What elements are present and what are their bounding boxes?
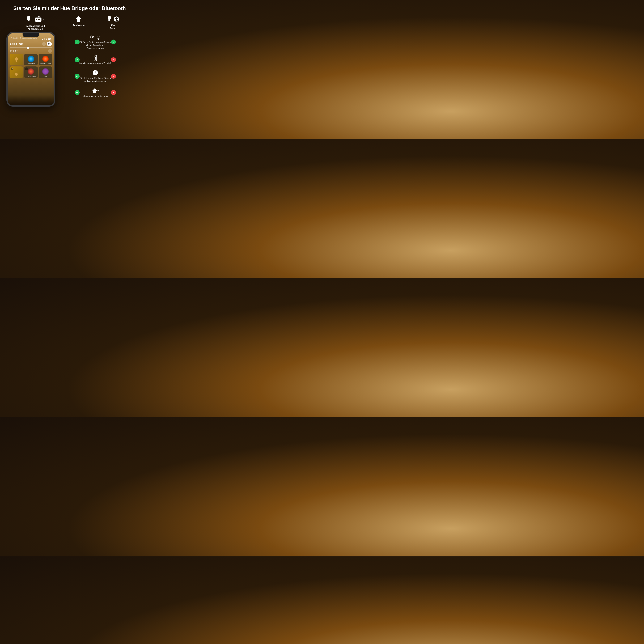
scene-img-tropical <box>28 68 34 75</box>
scene-name-concentrate: Concentrate <box>27 63 35 64</box>
remote-icon <box>93 55 98 61</box>
svg-rect-2 <box>28 20 29 21</box>
phone-header: Living room ••• <box>10 41 52 46</box>
scene-card-warm2[interactable] <box>10 66 23 78</box>
phone-area: Living room ••• <box>6 32 55 116</box>
scene-card-concentrate[interactable]: Concentrate <box>24 54 38 65</box>
phone-brightness-row <box>10 47 52 48</box>
phone-more-btn[interactable]: ••• <box>42 42 46 46</box>
scene-img-concentrate <box>28 56 34 62</box>
feature-row-remote: Steuerung von unterwegs <box>58 85 133 100</box>
phone-screen: Living room ••• <box>8 33 54 105</box>
scene-name-soho: Soho <box>44 75 47 77</box>
check-circle-bridge-remote <box>75 90 80 95</box>
svg-rect-40 <box>95 56 96 57</box>
scenes-row-1: Concentrate Savannah Sunset <box>10 54 52 65</box>
bluetooth-check-voice <box>110 40 117 44</box>
top-comparison-header: * Ganzes Haus und Außenbereich Reichweit… <box>6 15 133 31</box>
scene-card-warm[interactable] <box>10 54 23 65</box>
svg-rect-14 <box>108 20 110 21</box>
svg-point-5 <box>36 19 37 20</box>
check-icon-5 <box>76 91 78 94</box>
check-icon-3 <box>76 58 78 61</box>
hue-bridge-icon <box>34 16 42 23</box>
feature-remote-center: Steuerung von unterwegs <box>82 88 108 98</box>
svg-point-32 <box>15 73 18 76</box>
bluetooth-icon <box>114 16 119 22</box>
tap-icon <box>90 34 95 40</box>
voice-icons-row <box>90 34 101 40</box>
comparison-rows: Einfache Erstellung von Szenen mit der A… <box>55 32 133 116</box>
add-scene-btn[interactable]: + <box>48 49 52 53</box>
check-circle-bridge-acc <box>75 57 80 62</box>
cross-circle-bt-acc <box>111 57 116 62</box>
bluetooth-column: Ein Raum <box>100 15 126 30</box>
svg-point-10 <box>39 16 40 17</box>
feature-acc-center: Installation von smartem Zubehör <box>82 55 108 65</box>
svg-rect-15 <box>109 21 110 21</box>
phone-bottom-fade <box>8 95 54 105</box>
page-wrapper: Starten Sie mit der Hue Bridge oder Blue… <box>0 0 139 139</box>
svg-marker-11 <box>76 16 81 22</box>
feature-text-voice: Einfache Erstellung von Szenen mit der A… <box>79 41 112 50</box>
svg-point-42 <box>95 59 96 60</box>
svg-rect-19 <box>42 39 43 40</box>
cross-icon <box>112 59 115 61</box>
svg-point-8 <box>37 16 37 17</box>
brightness-bar[interactable] <box>10 47 52 48</box>
scene-name-tropical: Tropical Twilight <box>26 75 36 77</box>
bridge-label: Ganzes Haus und Außenbereich <box>26 25 45 31</box>
check-icon-2 <box>112 41 115 43</box>
svg-point-9 <box>38 16 39 17</box>
scenes-label-row: SCENES + <box>10 49 52 53</box>
svg-rect-3 <box>28 21 29 21</box>
cross-icon-2 <box>112 75 115 77</box>
scene-card-savannah[interactable]: Savannah Sunset <box>39 54 52 65</box>
svg-point-12 <box>108 16 111 20</box>
bulb-icon <box>26 15 33 24</box>
svg-point-0 <box>27 16 30 20</box>
svg-point-41 <box>95 58 96 59</box>
bluetooth-check-accessories <box>110 57 117 62</box>
range-icon-wrap <box>75 15 82 23</box>
cross-circle-bt-routines <box>111 74 116 79</box>
check-circle-bt-voice <box>111 40 116 44</box>
feature-voice-center: Einfache Erstellung von Szenen mit der A… <box>82 34 108 50</box>
feature-row-routines: Einstellen von Routinen, Timern und Auto… <box>58 67 133 85</box>
svg-point-6 <box>38 19 39 20</box>
svg-rect-1 <box>28 20 30 20</box>
more-icon-overlay: ••• <box>25 67 28 70</box>
phone-notch <box>23 33 39 37</box>
svg-rect-20 <box>43 39 43 40</box>
asterisk: * <box>43 18 45 21</box>
feature-row-voice: Einfache Erstellung von Szenen mit der A… <box>58 32 133 52</box>
scene-card-soho[interactable]: Soho <box>39 66 52 78</box>
svg-rect-13 <box>108 19 110 20</box>
bulb-bt-icon <box>107 15 112 23</box>
svg-rect-33 <box>15 75 17 76</box>
feature-text-routines: Einstellen von Routinen, Timern und Auto… <box>79 77 112 83</box>
scene-img-soho <box>42 68 49 75</box>
bluetooth-label: Ein Raum <box>110 24 116 30</box>
svg-point-28 <box>15 57 18 61</box>
power-icon <box>48 43 50 45</box>
check-icon-4 <box>76 75 78 78</box>
phone-room-name: Living room <box>10 43 23 45</box>
bridge-column: * Ganzes Haus und Außenbereich <box>13 15 57 31</box>
scene-name-savannah: Savannah Sunset <box>40 63 51 64</box>
svg-rect-29 <box>15 61 17 61</box>
edit-icon <box>11 68 13 70</box>
feature-routines-center: Einstellen von Routinen, Timern und Auto… <box>82 70 108 83</box>
phone-power-btn[interactable] <box>47 41 52 46</box>
range-label: Reichweite <box>73 24 85 27</box>
range-column: Reichweite <box>71 15 86 27</box>
content-section: Living room ••• <box>6 32 133 116</box>
svg-point-7 <box>39 19 40 20</box>
check-icon <box>76 41 78 43</box>
page-title: Starten Sie mit der Hue Bridge oder Blue… <box>6 5 133 11</box>
bluetooth-icons <box>107 15 119 23</box>
scene-card-tropical[interactable]: ••• Tropical Twilight <box>24 66 38 78</box>
brightness-thumb <box>27 47 29 49</box>
bridge-icons: * <box>26 15 45 24</box>
footnote: *Philips Hue Bridge separat erhältlich <box>10 37 52 39</box>
